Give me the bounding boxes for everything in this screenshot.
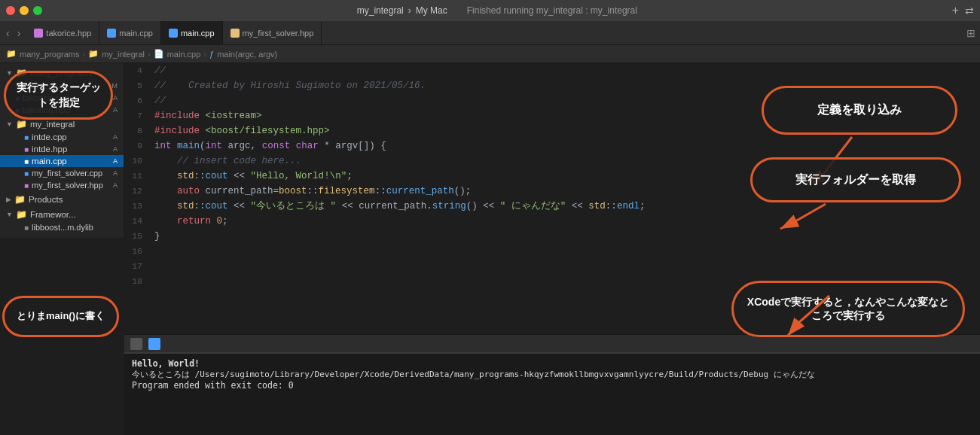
- sidebar-label-intde-hpp: intde.hpp: [32, 144, 67, 154]
- breadcrumb-sep-1: ›: [82, 50, 85, 59]
- breadcrumb-icon-4: ƒ: [209, 50, 214, 59]
- badge-solver-hpp: A: [113, 181, 118, 189]
- sidebar-item-products[interactable]: ▶ 📁 Products: [0, 193, 124, 206]
- tab-main-cpp-2[interactable]: main.cpp: [161, 21, 223, 45]
- sidebar-item-main-integral[interactable]: ■ main.cpp A: [0, 155, 124, 167]
- tab-label-main2: main.cpp: [181, 29, 215, 38]
- badge-intde-hpp: A: [113, 145, 118, 153]
- tab-label-takorice: takorice.hpp: [46, 29, 91, 38]
- breadcrumb-icon-2: 📁: [88, 49, 99, 59]
- tab-label-solver: my_first_solver.hpp: [243, 29, 314, 38]
- file-icon-main-integral: ■: [24, 157, 29, 166]
- code-line-16: return 0;: [154, 214, 974, 229]
- status-text: Finished running my_integral : my_integr…: [467, 5, 637, 16]
- sidebar-label-solver-cpp: my_first_solver.cpp: [32, 169, 102, 178]
- main-area: ▼ 📁 many_programs ■ main.cpp M ■ takoric…: [0, 63, 980, 435]
- sidebar-group-frameworks: ▼ 📁 Framewor... ■ libboost...m.dylib: [0, 208, 124, 233]
- editor-area: 4 5 6 7 8 9 10 11 12 13 14 15 16 17 18: [124, 63, 980, 435]
- terminal-line-1: Hello, World!: [132, 358, 972, 369]
- minimize-button[interactable]: [20, 6, 29, 15]
- sidebar-item-libboost[interactable]: ■ libboost...m.dylib: [0, 221, 124, 233]
- sidebar-item-solver-cpp[interactable]: ■ my_first_solver.cpp A: [0, 167, 124, 179]
- editor-layout-icon[interactable]: ⊞: [966, 27, 975, 39]
- code-line-12: // insert code here...: [154, 154, 974, 169]
- code-line-14: auto current_path=boost::filesystem::cur…: [154, 184, 974, 199]
- sidebar-item-solver-hpp[interactable]: ■ my_first_solver.hpp A: [0, 179, 124, 191]
- expand-icon-frameworks: ▼: [6, 211, 13, 218]
- line-numbers: 4 5 6 7 8 9 10 11 12 13 14 15 16 17 18: [124, 63, 148, 334]
- tab-forward[interactable]: ›: [14, 26, 24, 41]
- tab-bar: ‹ › takorice.hpp main.cpp main.cpp my_fi…: [0, 21, 980, 45]
- add-button[interactable]: +: [952, 4, 959, 17]
- sidebar-label-solver-hpp: my_first_solver.hpp: [32, 181, 103, 190]
- expand-icon-integral: ▼: [6, 120, 13, 128]
- tab-back[interactable]: ‹: [3, 26, 13, 41]
- editor-bottom-bar: [124, 334, 980, 352]
- console-icon[interactable]: [148, 338, 160, 350]
- code-line-8: #include <iostream>: [154, 108, 974, 123]
- code-line-15: std::cout << "今いるところは " << current_path.…: [154, 199, 974, 214]
- tab-icon-main1: [107, 29, 116, 38]
- terminal-line-3: Program ended with exit code: 0: [132, 380, 972, 391]
- annotation-main: とりまmain()に書く: [2, 296, 119, 337]
- sidebar-label-frameworks: Framewor...: [30, 210, 76, 219]
- annotation-target: 実行するターゲットを指定: [4, 71, 113, 120]
- code-line-13: std::cout << "Hello, World!\n";: [154, 169, 974, 184]
- file-icon-libboost: ■: [24, 224, 29, 232]
- project-name: my_integral: [357, 5, 404, 16]
- title-bar-right: + ⇄: [952, 4, 974, 17]
- sidebar-label-integral: my_integral: [30, 120, 75, 129]
- expand-icon-products: ▶: [6, 196, 11, 203]
- code-line-17: }: [154, 229, 974, 244]
- code-line-6: //: [154, 93, 974, 108]
- breadcrumb-sep-2: ›: [148, 50, 151, 59]
- breadcrumb-text-1[interactable]: many_programs: [20, 50, 79, 59]
- file-icon-solver-cpp: ■: [24, 169, 29, 178]
- split-button[interactable]: ⇄: [965, 5, 974, 17]
- tab-takorice-hpp[interactable]: takorice.hpp: [26, 21, 99, 45]
- tab-main-cpp-1[interactable]: main.cpp: [99, 21, 161, 45]
- badge-takorice-cpp: A: [113, 94, 118, 102]
- breadcrumb-icon-3: 📄: [154, 49, 164, 59]
- sidebar-group-products: ▶ 📁 Products: [0, 193, 124, 206]
- tab-first-solver-hpp[interactable]: my_first_solver.hpp: [223, 21, 322, 45]
- code-line-4: //: [154, 63, 974, 78]
- code-line-5: // Created by Hiroshi Sugimoto on 2021/0…: [154, 78, 974, 93]
- terminal: Hello, World! 今いるところは /Users/sugimoto/Li…: [124, 352, 980, 435]
- tab-label-main1: main.cpp: [119, 29, 153, 38]
- machine-name: My Mac: [416, 5, 447, 16]
- tab-icon-takorice: [34, 29, 43, 38]
- sidebar-item-frameworks[interactable]: ▼ 📁 Framewor...: [0, 208, 124, 221]
- badge-intde-cpp: A: [113, 133, 118, 141]
- folder-icon-frameworks: 📁: [16, 209, 27, 220]
- badge-main-integral: A: [113, 157, 118, 165]
- sidebar-item-intde-hpp[interactable]: ■ intde.hpp A: [0, 143, 124, 155]
- maximize-button[interactable]: [33, 6, 42, 15]
- tab-bar-right: ⊞: [966, 27, 980, 39]
- sidebar-item-intde-cpp[interactable]: ■ intde.cpp A: [0, 131, 124, 143]
- breadcrumb-sep-3: ›: [203, 50, 206, 59]
- close-button[interactable]: [6, 6, 15, 15]
- sidebar-label-main-integral: main.cpp: [32, 157, 67, 166]
- file-icon-intde-hpp: ■: [24, 145, 29, 154]
- breadcrumb-text-3[interactable]: main.cpp: [167, 50, 201, 59]
- badge-solver-cpp: A: [113, 169, 118, 177]
- breadcrumb-text-4[interactable]: main(argc, argv): [217, 50, 277, 59]
- code-line-11: int main(int argc, const char * argv[]) …: [154, 138, 974, 154]
- title-bar-center: my_integral › My Mac Finished running my…: [47, 5, 948, 16]
- title-bar: my_integral › My Mac Finished running my…: [0, 0, 980, 21]
- debug-icon[interactable]: [130, 338, 142, 350]
- tab-nav: ‹ ›: [0, 26, 26, 41]
- title-sep: ›: [408, 5, 411, 16]
- editor-content[interactable]: 4 5 6 7 8 9 10 11 12 13 14 15 16 17 18: [124, 63, 980, 334]
- breadcrumb-item-1[interactable]: 📁: [6, 49, 17, 59]
- folder-icon-integral: 📁: [16, 119, 27, 129]
- sidebar-group-my-integral: ▼ 📁 my_integral ■ intde.cpp A ■ intde.hp…: [0, 117, 124, 191]
- breadcrumb: 📁 many_programs › 📁 my_integral › 📄 main…: [0, 45, 980, 63]
- code-line-9: #include <boost/filesystem.hpp>: [154, 123, 974, 138]
- breadcrumb-text-2[interactable]: my_integral: [102, 50, 145, 59]
- tab-icon-main2: [169, 29, 178, 38]
- code-lines: 4 5 6 7 8 9 10 11 12 13 14 15 16 17 18: [124, 63, 980, 334]
- sidebar-label-libboost: libboost...m.dylib: [32, 223, 93, 232]
- sidebar-label-products: Products: [29, 195, 63, 204]
